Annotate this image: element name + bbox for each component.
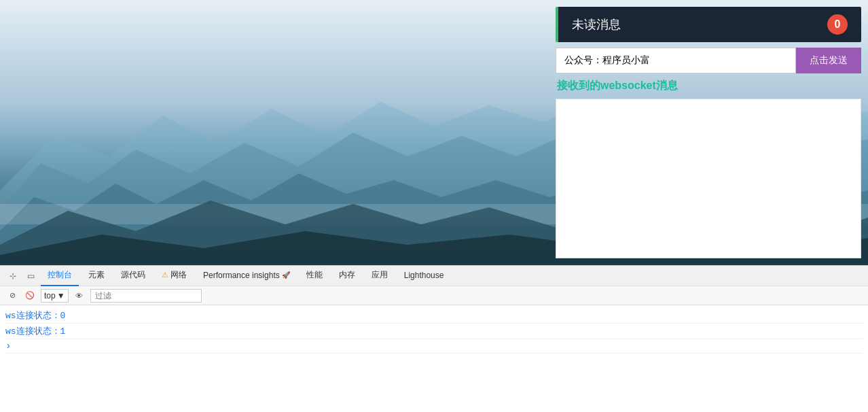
tab-elements[interactable]: 元素 [82, 266, 111, 286]
tab-sources[interactable]: 源代码 [114, 266, 152, 286]
tab-console[interactable]: 控制台 [41, 266, 79, 286]
unread-messages-bar: 未读消息 0 [556, 7, 861, 42]
context-chevron-icon: ▼ [57, 291, 65, 301]
devtools-console-toolbar: ⊘ 🚫 top ▼ 👁 [0, 286, 868, 305]
right-panel: 未读消息 0 点击发送 接收到的websocket消息 [549, 0, 868, 265]
context-selector[interactable]: top ▼ [41, 289, 69, 303]
tab-memory[interactable]: 内存 [332, 266, 362, 286]
console-prompt-arrow: › [5, 341, 11, 351]
console-line-text: ws连接状态：0 [5, 309, 65, 322]
devtools-panel: ⊹ ▭ 控制台 元素 源代码 ⚠ 网络 Performance insights… [0, 265, 868, 412]
received-messages-area[interactable] [556, 99, 861, 258]
tab-network[interactable]: ⚠ 网络 [155, 266, 194, 286]
received-messages-label: 接收到的websocket消息 [556, 79, 861, 93]
tab-application[interactable]: 应用 [365, 266, 395, 286]
tab-performance[interactable]: 性能 [300, 266, 329, 286]
console-stop-icon[interactable]: ⊘ [5, 289, 19, 303]
devtools-inspect-icon[interactable]: ⊹ [5, 269, 20, 284]
eye-icon[interactable]: 👁 [73, 289, 86, 303]
filter-input[interactable] [90, 289, 202, 303]
devtools-device-icon[interactable]: ▭ [23, 269, 38, 284]
message-input-row: 点击发送 [556, 48, 861, 73]
message-input[interactable] [556, 48, 796, 73]
network-warning-icon: ⚠ [162, 271, 168, 279]
console-prompt-line: › [5, 339, 863, 354]
unread-count-badge: 0 [827, 14, 848, 35]
console-line-ws-1: ws连接状态：1 [5, 324, 863, 339]
console-line-ws-0: ws连接状态：0 [5, 308, 863, 324]
page-background: 未读消息 0 点击发送 接收到的websocket消息 [0, 0, 868, 265]
unread-title: 未读消息 [572, 16, 621, 33]
context-label: top [44, 291, 56, 301]
tab-lighthouse[interactable]: Lighthouse [397, 266, 451, 286]
devtools-console-content: ws连接状态：0 ws连接状态：1 › [0, 305, 868, 412]
performance-insights-rocket-icon: 🚀 [282, 271, 290, 279]
devtools-tabs-bar: ⊹ ▭ 控制台 元素 源代码 ⚠ 网络 Performance insights… [0, 266, 868, 286]
send-button[interactable]: 点击发送 [796, 48, 861, 73]
console-clear-icon[interactable]: 🚫 [23, 289, 37, 303]
console-line-text: ws连接状态：1 [5, 325, 65, 337]
tab-performance-insights[interactable]: Performance insights 🚀 [196, 266, 297, 286]
